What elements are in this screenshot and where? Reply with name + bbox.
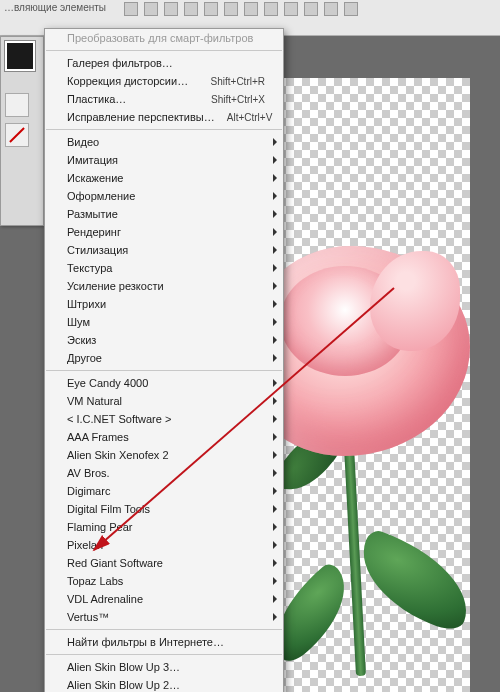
menu-item-label: < I.C.NET Software > [67,413,171,425]
menu-item-стилизация[interactable]: Стилизация [45,241,283,259]
align-icon[interactable] [324,2,338,16]
menu-item-i-c-net-software[interactable]: < I.C.NET Software > [45,410,283,428]
menu-item-другое[interactable]: Другое [45,349,283,367]
menu-item-alien-skin-blow-up-3[interactable]: Alien Skin Blow Up 3… [45,658,283,676]
menu-item-label: Digital Film Tools [67,503,150,515]
align-icon[interactable] [224,2,238,16]
align-icon[interactable] [164,2,178,16]
menu-item-видео[interactable]: Видео [45,133,283,151]
menu-item-галерея-фильтров[interactable]: Галерея фильтров… [45,54,283,72]
menu-item-pixelan[interactable]: Pixelan [45,536,283,554]
menu-item-label: Alien Skin Xenofex 2 [67,449,169,461]
submenu-arrow-icon [273,613,277,621]
menu-item-label: Текстура [67,262,112,274]
menu-item-штрихи[interactable]: Штрихи [45,295,283,313]
menu-item-текстура[interactable]: Текстура [45,259,283,277]
menu-item-label: Alien Skin Blow Up 2… [67,679,180,691]
menu-item-vm-natural[interactable]: VM Natural [45,392,283,410]
menu-item-digimarc[interactable]: Digimarc [45,482,283,500]
menu-item-label: Исправление перспективы… [67,111,215,123]
menu-item-aaa-frames[interactable]: AAA Frames [45,428,283,446]
menu-item-рендеринг[interactable]: Рендеринг [45,223,283,241]
align-icon[interactable] [304,2,318,16]
submenu-arrow-icon [273,282,277,290]
menu-item-label: Рендеринг [67,226,121,238]
menu-item-label: AV Bros. [67,467,110,479]
menu-item-шум[interactable]: Шум [45,313,283,331]
menu-item-label: Преобразовать для смарт-фильтров [67,32,253,44]
menu-item-label: Имитация [67,154,118,166]
menu-shortcut: Shift+Ctrl+R [211,76,265,87]
menu-item-label: Flaming Pear [67,521,132,533]
menu-item-label: Штрихи [67,298,106,310]
menu-item-пластика[interactable]: Пластика…Shift+Ctrl+X [45,90,283,108]
menu-item-red-giant-software[interactable]: Red Giant Software [45,554,283,572]
menu-item-усиление-резкости[interactable]: Усиление резкости [45,277,283,295]
menu-separator [46,654,282,655]
menu-item-label: Галерея фильтров… [67,57,173,69]
submenu-arrow-icon [273,523,277,531]
submenu-arrow-icon [273,138,277,146]
menu-item-alien-skin-blow-up-2[interactable]: Alien Skin Blow Up 2… [45,676,283,692]
menu-item-label: Eye Candy 4000 [67,377,148,389]
menu-item-label: Размытие [67,208,118,220]
no-stroke-icon[interactable] [5,123,29,147]
menu-item-коррекция-дисторсии[interactable]: Коррекция дисторсии…Shift+Ctrl+R [45,72,283,90]
menu-item-label: Pixelan [67,539,103,551]
align-icon[interactable] [204,2,218,16]
menu-separator [46,50,282,51]
submenu-arrow-icon [273,487,277,495]
menu-item-оформление[interactable]: Оформление [45,187,283,205]
align-icon[interactable] [124,2,138,16]
submenu-arrow-icon [273,379,277,387]
menu-item-label: Коррекция дисторсии… [67,75,188,87]
menu-item-исправление-перспективы[interactable]: Исправление перспективы…Alt+Ctrl+V [45,108,283,126]
tools-panel [0,36,44,226]
submenu-arrow-icon [273,577,277,585]
menu-shortcut: Alt+Ctrl+V [227,112,273,123]
menu-shortcut: Shift+Ctrl+X [211,94,265,105]
menu-item-alien-skin-xenofex-2[interactable]: Alien Skin Xenofex 2 [45,446,283,464]
menu-separator [46,629,282,630]
menu-item-label: VM Natural [67,395,122,407]
menu-item-имитация[interactable]: Имитация [45,151,283,169]
menu-item-искажение[interactable]: Искажение [45,169,283,187]
menu-separator [46,129,282,130]
align-icon[interactable] [184,2,198,16]
align-icon[interactable] [344,2,358,16]
submenu-arrow-icon [273,433,277,441]
menu-item-eye-candy-4000[interactable]: Eye Candy 4000 [45,374,283,392]
menu-item-convert-smart: Преобразовать для смарт-фильтров [45,29,283,47]
menu-item-vertus[interactable]: Vertus™ [45,608,283,626]
rectangle-tool-icon[interactable] [5,93,29,117]
menu-item-эскиз[interactable]: Эскиз [45,331,283,349]
submenu-arrow-icon [273,228,277,236]
filter-menu: Преобразовать для смарт-фильтров Галерея… [44,28,284,692]
menu-item-label: Усиление резкости [67,280,164,292]
submenu-arrow-icon [273,174,277,182]
align-icon[interactable] [244,2,258,16]
menu-item-digital-film-tools[interactable]: Digital Film Tools [45,500,283,518]
menu-item-label: Digimarc [67,485,110,497]
menu-item-label: AAA Frames [67,431,129,443]
menubar-fragment-text: …вляющие элементы [4,2,106,13]
align-icon[interactable] [264,2,278,16]
menu-item-label: Alien Skin Blow Up 3… [67,661,180,673]
submenu-arrow-icon [273,559,277,567]
app-workspace: …вляющие элементы [0,0,500,692]
menu-item-label: Стилизация [67,244,128,256]
menu-item-label: Vertus™ [67,611,109,623]
menu-item-av-bros[interactable]: AV Bros. [45,464,283,482]
menu-item-browse-online[interactable]: Найти фильтры в Интернете… [45,633,283,651]
menu-item-topaz-labs[interactable]: Topaz Labs [45,572,283,590]
submenu-arrow-icon [273,318,277,326]
align-icon[interactable] [144,2,158,16]
menu-item-label: Найти фильтры в Интернете… [67,636,224,648]
align-icon[interactable] [284,2,298,16]
menu-item-размытие[interactable]: Размытие [45,205,283,223]
menu-item-flaming-pear[interactable]: Flaming Pear [45,518,283,536]
foreground-color-swatch[interactable] [5,41,35,71]
rose-leaf [347,528,484,635]
menu-item-vdl-adrenaline[interactable]: VDL Adrenaline [45,590,283,608]
alignment-toolbar [124,2,358,16]
